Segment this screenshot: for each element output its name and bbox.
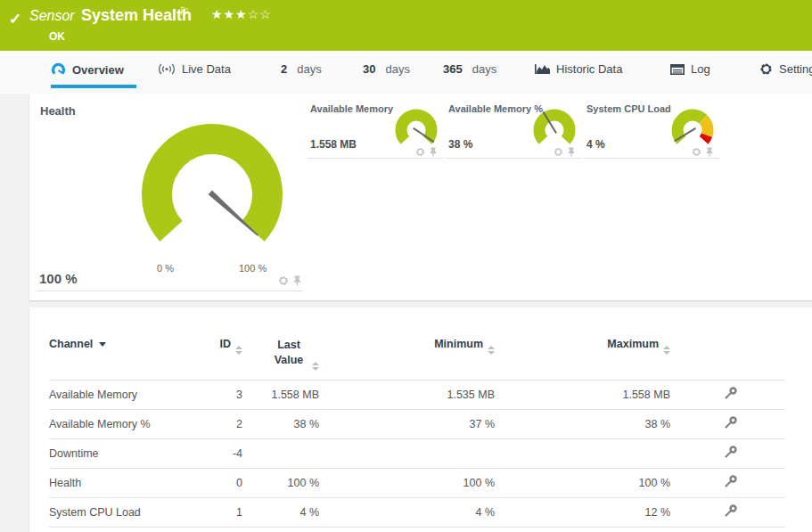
col-header-channel[interactable]: Channel: [49, 332, 192, 380]
available-memory-pct-gauge-card: Available Memory % 38 %: [446, 102, 581, 159]
col-header-minimum[interactable]: Minimum: [319, 332, 495, 380]
sort-icon: [312, 362, 319, 371]
gauge-value: 1.558 MB: [310, 138, 357, 151]
tab-settings[interactable]: Settings: [759, 62, 812, 76]
sensor-header: ✓ Sensor System Health ⚐ ★★★☆☆ OK: [0, 0, 812, 51]
gauges-panel: Health 0 % 100 % 100 % Available Memory …: [29, 94, 812, 300]
col-header-last-value[interactable]: Last Value: [242, 332, 319, 380]
sort-icon: [663, 346, 670, 355]
channel-settings-wrench-icon[interactable]: [724, 475, 737, 491]
table-row: Health 0 100 % 100 % 100 %: [49, 468, 785, 497]
card-divider: [37, 291, 303, 291]
gauge-pin-icon[interactable]: [292, 275, 302, 286]
tab-overview[interactable]: Overview: [51, 62, 124, 78]
page-title: System Health: [81, 6, 192, 25]
channel-table-panel: Channel ID Last Value Minimum Maximum: [29, 307, 812, 532]
channel-settings-wrench-icon[interactable]: [724, 446, 737, 462]
gauge-scale-min: 0 %: [157, 263, 174, 274]
tab-30-days[interactable]: 30days: [363, 62, 410, 76]
gear-icon: [759, 62, 773, 76]
table-row: System CPU Load 1 4 % 4 % 12 %: [49, 497, 785, 527]
tab-2-days[interactable]: 2days: [281, 62, 322, 76]
tab-bar: Overview Live Data 2days 30days 365days …: [0, 51, 812, 94]
live-broadcast-icon: [158, 63, 176, 75]
gauge-title: System CPU Load: [586, 103, 671, 114]
tab-log[interactable]: Log: [670, 62, 710, 76]
gauge-value: 38 %: [448, 138, 472, 151]
sort-desc-icon: [99, 342, 106, 347]
table-row: Available Memory 3 1.558 MB 1.535 MB 1.5…: [49, 380, 785, 409]
health-gauge-card: Health 0 % 100 % 100 %: [29, 94, 306, 299]
gauge-gear-icon[interactable]: [415, 147, 425, 157]
table-row: Downtime -4: [49, 438, 785, 468]
sensor-type-label: Sensor: [29, 8, 75, 24]
gauge-gear-icon[interactable]: [278, 275, 289, 286]
available-memory-pct-gauge: [529, 108, 579, 152]
gauge-value: 4 %: [586, 138, 605, 151]
channel-settings-wrench-icon[interactable]: [724, 387, 737, 403]
gauge-icon: [51, 62, 66, 78]
sort-icon: [235, 346, 242, 355]
status-badge: OK: [49, 30, 65, 43]
area-chart-icon: [535, 63, 550, 75]
table-row: Available Memory % 2 38 % 37 % 38 %: [49, 409, 785, 438]
channel-settings-wrench-icon[interactable]: [724, 416, 737, 432]
channel-cell: Available Memory %: [49, 409, 192, 438]
status-ok-check-icon: ✓: [9, 10, 21, 29]
sort-icon: [488, 346, 495, 355]
tab-365-days[interactable]: 365days: [443, 62, 496, 76]
channel-cell: System CPU Load: [49, 497, 192, 527]
col-header-maximum[interactable]: Maximum: [495, 332, 670, 380]
priority-stars[interactable]: ★★★☆☆: [211, 7, 272, 21]
active-tab-underline: [51, 85, 136, 88]
tab-historic-data[interactable]: Historic Data: [535, 62, 622, 76]
gauge-pin-icon[interactable]: [567, 147, 576, 157]
system-cpu-load-gauge: [668, 108, 718, 152]
gauge-scale-max: 100 %: [239, 263, 267, 274]
channel-cell: Available Memory: [49, 380, 192, 409]
gauge-pin-icon[interactable]: [705, 147, 714, 157]
channel-settings-wrench-icon[interactable]: [724, 504, 737, 520]
tab-live-data[interactable]: Live Data: [158, 62, 231, 76]
priority-flag-icon[interactable]: ⚐: [179, 4, 190, 18]
gauge-value: 100 %: [39, 271, 78, 286]
log-list-icon: [670, 64, 685, 75]
gauge-gear-icon[interactable]: [554, 147, 563, 157]
available-memory-gauge-card: Available Memory 1.558 MB: [308, 102, 443, 159]
col-header-id[interactable]: ID: [192, 332, 242, 380]
gauge-title: Health: [40, 104, 76, 118]
gauge-pin-icon[interactable]: [429, 147, 438, 157]
available-memory-gauge: [391, 108, 441, 152]
channel-cell: Health: [49, 468, 192, 497]
health-gauge: [132, 119, 292, 252]
gauge-title: Available Memory: [310, 103, 393, 114]
channel-table: Channel ID Last Value Minimum Maximum: [49, 332, 785, 528]
gauge-gear-icon[interactable]: [692, 147, 701, 157]
system-cpu-load-gauge-card: System CPU Load 4 %: [584, 102, 719, 159]
channel-cell: Downtime: [49, 438, 192, 468]
